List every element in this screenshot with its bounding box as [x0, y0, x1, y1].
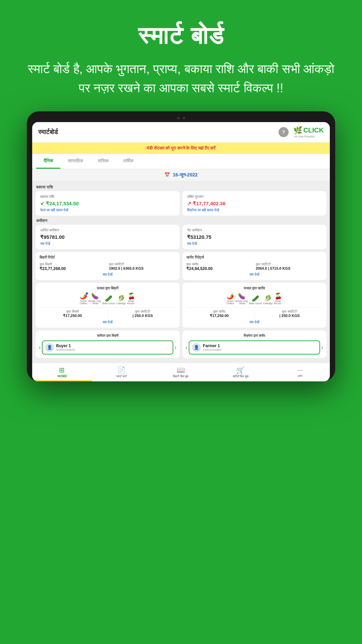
- nav-smart-chart[interactable]: 📄 स्मार्ट चार्ट: [92, 363, 152, 381]
- bakaya-card1: बकाया राशि ↗ ₹24,17,534.50 केता का बही ख…: [36, 191, 180, 216]
- buyer-nav: ‹ 👤 Buyer 1 XXXXXX4676 ›: [39, 340, 176, 355]
- kharid-crop-4: 🍒 BrinjoRound -: [274, 292, 282, 305]
- fasal-kharid-crops: 🌶️ GreenChillies 🍆 Brinjal Long- White 🥒…: [186, 292, 322, 305]
- crop-item-0: 🌶️ GreenChillies: [80, 292, 87, 305]
- kharid-report-card: खरीद रिपोर्ट्स कुल खरीद ₹24,94,520.00 कु…: [182, 252, 326, 280]
- kharid-crop-1: 🍆 Brinjal Long- White: [235, 292, 248, 305]
- buyer-card: खरीदार द्वारा बिक्री ‹ 👤 Buyer 1 XXXXXX4…: [36, 330, 180, 358]
- kharid-qty-label: कुल क्वांटिटी: [256, 262, 322, 266]
- bakaya-card2-title: लंबित भुगतान: [187, 195, 322, 199]
- kharid-crop-3: 🥬 Cabbage: [263, 295, 273, 305]
- comm-card1-value: ₹95781.00: [40, 234, 175, 240]
- bakaya-card2-link[interactable]: विक्रेता का बही खाता देखें: [187, 208, 322, 212]
- app-title: स्मार्टबोर्ड: [38, 128, 58, 136]
- kharid-label: खरीद रिपोर्ट्स: [186, 255, 322, 260]
- kharid-total-label: कुल खरीद: [186, 262, 253, 266]
- fasal-bikri-title: फसल द्वारा बिक्री: [40, 286, 176, 290]
- other-label: अन्य: [298, 374, 302, 378]
- bikri-total-label: कुल बिक्री: [40, 262, 106, 266]
- farmer-avatar: 👤: [192, 343, 201, 352]
- bakaya-card2: लंबित भुगतान ↗ ₹17,77,402.36 विक्रेता का…: [182, 191, 326, 216]
- tablet-screen: स्मार्टबोर्ड ? 🌿 CLICK An one Product: [32, 122, 330, 381]
- fasal-kharid-link[interactable]: सब देखें: [186, 320, 322, 324]
- header-icons: ? 🌿 CLICK An one Product: [279, 126, 324, 138]
- kharid-total-value: ₹24,94,520.00: [186, 266, 253, 271]
- nav-smartboard[interactable]: ⊞ स्मार्टबोर्ड: [32, 363, 92, 381]
- tab-weekly[interactable]: साप्ताहिक: [60, 154, 90, 169]
- content-area: बकाया राशि बकाया राशि ↗ ₹24,17,534.50 के…: [32, 181, 330, 363]
- kharidi-bill-label: खरीदी बिल बुक: [233, 375, 249, 378]
- kharid-link[interactable]: सब देखें: [186, 272, 322, 277]
- buyer-next-arrow[interactable]: ›: [175, 344, 176, 351]
- fasal-kharid-title: फसल द्वारा खरीद: [186, 286, 322, 290]
- date-row: 📅 16-जून-2022: [32, 169, 330, 181]
- bikri-total: कुल बिक्री ₹23,77,268.00: [40, 262, 106, 271]
- kharid-crop-0: 🌶️ GreenChillies: [227, 292, 234, 305]
- bakaya-label: बकाया राशि: [36, 185, 326, 190]
- other-icon: ···: [297, 366, 303, 374]
- kharid-total: कुल खरीद ₹24,94,520.00: [186, 262, 253, 271]
- kharidi-bill-icon: 🛒: [236, 366, 245, 374]
- comm-card1-link[interactable]: सब देखें: [40, 241, 175, 246]
- buyer-farmer-row: खरीदार द्वारा बिक्री ‹ 👤 Buyer 1 XXXXXX4…: [36, 330, 326, 358]
- comm-card2: नेट कमीशन ₹53120.75 सब देखें: [182, 225, 326, 249]
- buyer-chip[interactable]: 👤 Buyer 1 XXXXXX4676: [42, 340, 173, 355]
- click-logo: 🌿 CLICK An one Product: [293, 126, 324, 138]
- comm-card2-link[interactable]: सब देखें: [187, 241, 322, 246]
- crop-item-4: 🍒 BrinjoRound -: [127, 292, 135, 305]
- bikri-qty: कुल क्वांटिटी 1902.0 | 6365.0 KGS: [109, 262, 176, 271]
- farmer-next-arrow[interactable]: ›: [321, 344, 323, 351]
- main-title: स्मार्ट बोर्ड: [27, 22, 335, 50]
- date-text: 16-जून-2022: [173, 172, 197, 178]
- bakaya-card1-link[interactable]: केता का बही खाता देखें: [40, 208, 175, 212]
- buyer-name: Buyer 1: [56, 343, 75, 348]
- fasal-bikri-card: फसल द्वारा बिक्री 🌶️ GreenChillies: [36, 283, 180, 328]
- nav-kharidi-bill[interactable]: 🛒 खरीदी बिल बुक: [211, 363, 270, 381]
- bikri-label: बिक्री रिपोर्ट: [40, 255, 176, 260]
- kharid-qty: कुल क्वांटिटी 2064.0 | 5715.0 KGS: [256, 262, 322, 271]
- fasal-bikri-link[interactable]: सब देखें: [40, 320, 176, 324]
- calendar-icon: 📅: [164, 172, 170, 177]
- bottom-nav: ⊞ स्मार्टबोर्ड 📄 स्मार्ट चार्ट 📖 बिक्री …: [32, 363, 330, 381]
- farmer-prev-arrow[interactable]: ‹: [186, 344, 187, 351]
- crop-item-2: 🥒 Bitter Gourd: [102, 295, 115, 305]
- help-icon[interactable]: ?: [279, 127, 289, 137]
- bikri-bill-label: बिक्री बिल बुक: [173, 375, 189, 378]
- comm-card1-title: अर्जित कमीशन: [40, 228, 175, 232]
- tablet: स्मार्टबोर्ड ? 🌿 CLICK An one Product: [27, 111, 335, 381]
- farmer-chip[interactable]: 👤 Farmer 1 XXXXXX4997: [189, 340, 320, 355]
- comm-card2-value: ₹53120.75: [187, 234, 322, 240]
- reports-row: बिक्री रिपोर्ट कुल बिक्री ₹23,77,268.00 …: [36, 252, 326, 280]
- bakaya-row: बकाया राशि ↗ ₹24,17,534.50 केता का बही ख…: [36, 191, 326, 216]
- farmer-name: Farmer 1: [203, 343, 222, 348]
- tab-monthly[interactable]: मासिक: [90, 154, 116, 169]
- bikri-bill-icon: 📖: [177, 366, 185, 374]
- fasal-kharid-stat1: कुल खरीद ₹17,250.00: [186, 310, 252, 318]
- bikri-qty-value: 1902.0 | 6365.0 KGS: [109, 266, 176, 270]
- smartboard-icon: ⊞: [59, 366, 65, 374]
- farmer-info: Farmer 1 XXXXXX4997: [203, 343, 222, 352]
- click-logo-text: CLICK: [303, 126, 324, 134]
- fasal-bikri-stat2: कुल क्वांटिटी | 250.0 KGS: [110, 310, 176, 318]
- tab-yearly[interactable]: वार्षिक: [116, 154, 141, 169]
- buyer-section-title: खरीदार द्वारा बिक्री: [39, 334, 176, 338]
- fasal-row: फसल द्वारा बिक्री 🌶️ GreenChillies: [36, 283, 326, 328]
- nav-bikri-bill[interactable]: 📖 बिक्री बिल बुक: [151, 363, 211, 381]
- yellow-banner[interactable]: मंडी सेटअप को पूरा करने के लिए यहां टैप …: [32, 143, 330, 154]
- nav-other[interactable]: ··· अन्य: [270, 363, 330, 381]
- buyer-prev-arrow[interactable]: ‹: [39, 344, 41, 351]
- comm-card2-title: नेट कमीशन: [187, 228, 322, 232]
- farmer-section-title: विक्रेता द्वारा खरीद: [186, 334, 323, 338]
- kharid-qty-value: 2064.0 | 5715.0 KGS: [256, 266, 322, 270]
- bakaya-card2-value: ↗ ₹17,77,402.36: [187, 201, 322, 207]
- tab-daily[interactable]: दैनिक: [36, 154, 60, 169]
- farmer-nav: ‹ 👤 Farmer 1 XXXXXX4997 ›: [186, 340, 323, 355]
- buyer-info: Buyer 1 XXXXXX4676: [56, 343, 75, 352]
- fasal-bikri-crops: 🌶️ GreenChillies 🍆 Brinjal Long- White: [40, 292, 176, 305]
- commission-row: अर्जित कमीशन ₹95781.00 सब देखें नेट कमीश…: [36, 225, 326, 249]
- fasal-kharid-stat2: कुल क्वांटिटी | 250.0 KGS: [257, 310, 323, 318]
- bikri-link[interactable]: सब देखें: [40, 272, 176, 277]
- farmer-phone: XXXXXX4997: [203, 348, 222, 352]
- click-logo-sub: An one Product: [294, 135, 315, 138]
- tablet-camera: [32, 117, 330, 119]
